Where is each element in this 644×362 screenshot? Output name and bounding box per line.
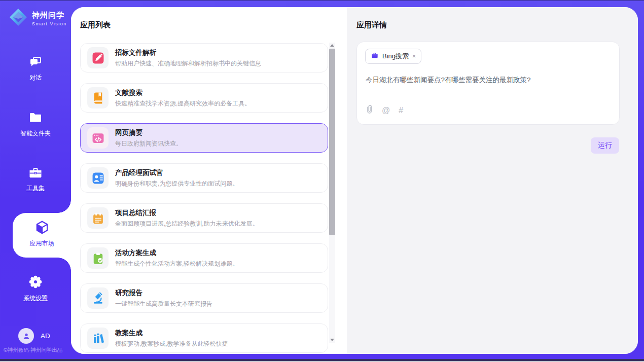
sidebar-item-label: 智能文件夹 <box>0 129 71 138</box>
folder-icon <box>28 112 43 127</box>
sidebar-item-label: 应用市场 <box>13 239 71 248</box>
prompt-toolbar: @# <box>366 104 403 117</box>
app-card-desc: 每日政府新闻资讯快查。 <box>115 139 182 148</box>
app-card-text: 活动方案生成智能生成个性化活动方案,轻松解决规划难题。 <box>115 248 238 268</box>
app-card-text: 教案生成模板驱动,教案秒成,教学准备从此轻松快捷 <box>115 329 228 348</box>
tool-tag-bing[interactable]: Bing搜索 × <box>365 49 421 64</box>
gear-icon <box>28 274 43 289</box>
paperclip-icon[interactable] <box>366 104 373 117</box>
user-initials: AD <box>41 332 50 340</box>
sidebar-item[interactable]: 对话 <box>0 56 71 82</box>
hash-icon[interactable]: # <box>399 106 403 115</box>
app-card-desc: 帮助用户快速、准确地理解和解析招标书中的关键信息 <box>115 59 261 68</box>
app-card-text: 文献搜索快速精准查找学术资源,提高研究效率的必备工具。 <box>115 88 251 108</box>
app-card-desc: 快速精准查找学术资源,提高研究效率的必备工具。 <box>115 99 251 108</box>
app-card-desc: 模板驱动,教案秒成,教学准备从此轻松快捷 <box>115 340 228 348</box>
edit-doc-icon <box>87 47 109 68</box>
app-card[interactable]: 活动方案生成智能生成个性化活动方案,轻松解决规划难题。 <box>80 243 328 273</box>
app-card-title: 文献搜索 <box>115 88 251 97</box>
avatar[interactable] <box>18 328 34 344</box>
summary-icon <box>87 207 109 229</box>
app-card-text: 招标文件解析帮助用户快速、准确地理解和解析招标书中的关键信息 <box>115 48 261 68</box>
scrollbar[interactable] <box>329 43 335 343</box>
tag-close-icon[interactable]: × <box>412 53 416 59</box>
app-card-text: 研究报告一键智能生成高质量长文本研究报告 <box>115 288 212 308</box>
app-card-desc: 一键智能生成高质量长文本研究报告 <box>115 300 212 308</box>
briefcase-icon <box>371 51 379 61</box>
app-card-text: 项目总结汇报全面回顾项目进展,总结经验教训,助力未来优化发展。 <box>115 208 259 228</box>
app-card[interactable]: 产品经理面试官明确身份和职责,为您提供专业性的面试问题。 <box>80 163 328 193</box>
chat-icon <box>28 56 43 71</box>
sidebar-item-label: 工具集 <box>0 184 71 193</box>
app-card[interactable]: 研究报告一键智能生成高质量长文本研究报告 <box>80 283 328 313</box>
sidebar-item[interactable]: 工具集 <box>0 166 71 193</box>
prompt-card: Bing搜索 × 今日湖北有哪些新闻要点?有哪些需要关注的最新政策? @# <box>356 42 620 125</box>
app-card-title: 产品经理面试官 <box>115 168 238 177</box>
app-card-title: 活动方案生成 <box>115 248 238 258</box>
scrollbar-down-icon[interactable] <box>330 339 334 341</box>
app-card-desc: 全面回顾项目进展,总结经验教训,助力未来优化发展。 <box>115 220 259 228</box>
tool-tag-label: Bing搜索 <box>382 52 409 61</box>
app-card[interactable]: 教案生成模板驱动,教案秒成,教学准备从此轻松快捷 <box>80 323 328 353</box>
sidebar-item[interactable]: 智能文件夹 <box>0 112 71 138</box>
books-icon <box>87 328 109 349</box>
app-card[interactable]: 网页摘要每日政府新闻资讯快查。 <box>80 123 328 153</box>
app-card-desc: 智能生成个性化活动方案,轻松解决规划难题。 <box>115 260 238 268</box>
sidebar-item-active[interactable]: 应用市场 <box>13 213 71 258</box>
person-icon <box>22 332 31 341</box>
microscope-icon <box>87 287 109 309</box>
app-card-title: 教案生成 <box>115 329 228 338</box>
brand-name: 神州问学 <box>32 11 67 20</box>
sidebar-item-label: 系统设置 <box>0 294 71 303</box>
brand-logo: 神州问学 Smart Vision <box>9 8 67 29</box>
main-window: 应用列表 招标文件解析帮助用户快速、准确地理解和解析招标书中的关键信息 文献搜索… <box>71 7 638 354</box>
app-card-title: 研究报告 <box>115 288 212 298</box>
user-row[interactable]: AD <box>18 328 50 344</box>
book-icon <box>87 87 109 108</box>
interview-icon <box>87 167 109 189</box>
app-detail-title: 应用详情 <box>356 20 387 30</box>
clipboard-icon <box>87 247 109 269</box>
app-card-list: 招标文件解析帮助用户快速、准确地理解和解析招标书中的关键信息 文献搜索快速精准查… <box>80 43 328 353</box>
scrollbar-up-icon[interactable] <box>330 44 334 47</box>
app-list-title: 应用列表 <box>80 20 111 30</box>
sidebar-item-label: 对话 <box>0 74 71 82</box>
app-card[interactable]: 招标文件解析帮助用户快速、准确地理解和解析招标书中的关键信息 <box>80 43 328 73</box>
brand-tagline: Smart Vision <box>32 21 67 26</box>
brand-diamond-icon <box>9 8 28 29</box>
app-card-title: 招标文件解析 <box>115 48 261 57</box>
app-card[interactable]: 文献搜索快速精准查找学术资源,提高研究效率的必备工具。 <box>80 83 328 113</box>
app-card-title: 项目总结汇报 <box>115 208 259 218</box>
scrollbar-thumb[interactable] <box>329 49 335 235</box>
app-card[interactable]: 项目总结汇报全面回顾项目进展,总结经验教训,助力未来优化发展。 <box>80 203 328 233</box>
window-top-edge <box>0 0 644 1</box>
app-card-desc: 明确身份和职责,为您提供专业性的面试问题。 <box>115 179 238 188</box>
at-icon[interactable]: @ <box>382 106 390 115</box>
cube-icon <box>34 220 50 236</box>
web-code-icon <box>87 127 109 149</box>
prompt-text[interactable]: 今日湖北有哪些新闻要点?有哪些需要关注的最新政策? <box>366 76 609 85</box>
run-button[interactable]: 运行 <box>591 137 619 154</box>
app-card-text: 产品经理面试官明确身份和职责,为您提供专业性的面试问题。 <box>115 168 238 188</box>
sidebar-item[interactable]: 系统设置 <box>0 274 71 303</box>
toolbox-icon <box>28 166 43 182</box>
app-card-title: 网页摘要 <box>115 128 182 137</box>
app-card-text: 网页摘要每日政府新闻资讯快查。 <box>115 128 182 148</box>
app-list-panel: 应用列表 招标文件解析帮助用户快速、准确地理解和解析招标书中的关键信息 文献搜索… <box>71 7 347 354</box>
copyright: ©神州数码·神州问学出品 <box>4 347 62 354</box>
app-detail-panel: 应用详情 Bing搜索 × 今日湖北有哪些新闻要点?有哪些需要关注的最新政策? … <box>347 7 638 354</box>
